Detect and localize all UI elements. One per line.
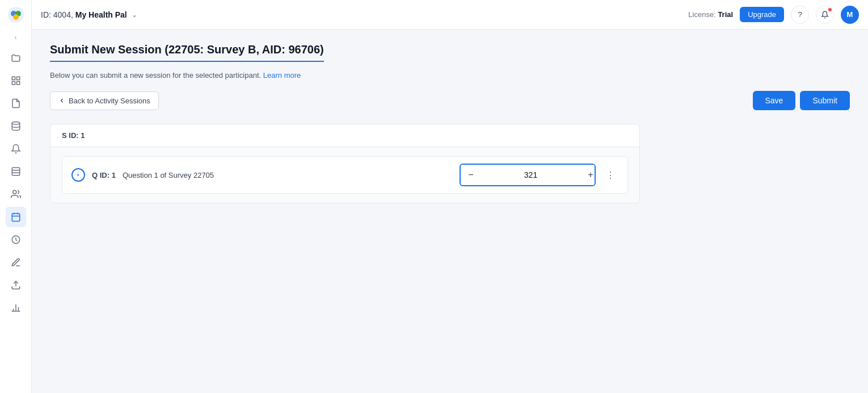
svg-rect-13 (12, 214, 20, 221)
license-text: License: Trial (688, 10, 733, 19)
page-title: Submit New Session (22705: Survey B, AID… (50, 43, 324, 62)
number-input-wrapper: − + (460, 164, 596, 186)
main-container: ID: 4004, My Health Pal ⌄ License: Trial… (32, 0, 868, 393)
svg-point-3 (13, 14, 19, 20)
app-logo[interactable] (6, 5, 26, 25)
sidebar-item-documents[interactable] (6, 93, 26, 114)
question-id: Q ID: 1 (92, 171, 116, 179)
workspace-chevron-icon[interactable]: ⌄ (132, 11, 137, 19)
sidebar-item-history[interactable] (6, 229, 26, 250)
sidebar-item-calendar[interactable] (6, 207, 26, 227)
decrement-button[interactable]: − (461, 165, 481, 185)
user-avatar[interactable]: M (841, 6, 859, 24)
sidebar-item-people[interactable] (6, 184, 26, 204)
topbar: ID: 4004, My Health Pal ⌄ License: Trial… (32, 0, 868, 30)
page-content: Submit New Session (22705: Survey B, AID… (32, 30, 868, 393)
session-body: Q ID: 1 Question 1 of Survey 22705 − + ⋮ (50, 147, 639, 203)
upgrade-button[interactable]: Upgrade (740, 7, 784, 22)
svg-rect-7 (16, 82, 19, 85)
notification-dot (828, 7, 832, 12)
sidebar-item-notifications[interactable] (6, 139, 26, 159)
action-buttons: Save Submit (753, 91, 850, 110)
question-row: Q ID: 1 Question 1 of Survey 22705 − + ⋮ (62, 156, 628, 194)
page-subtitle: Below you can submit a new session for t… (50, 71, 850, 80)
topbar-right: License: Trial Upgrade ? M (688, 6, 859, 24)
number-input[interactable] (481, 165, 580, 185)
learn-more-link[interactable]: Learn more (263, 71, 301, 80)
workspace-id: ID: 4004, My Health Pal (41, 10, 127, 19)
question-label: Question 1 of Survey 22705 (123, 171, 453, 179)
back-button[interactable]: Back to Activity Sessions (50, 91, 159, 110)
sidebar: ‹ (0, 0, 32, 393)
session-card: S ID: 1 Q ID: 1 Question 1 of Survey 227… (50, 124, 640, 203)
increment-button[interactable]: + (580, 165, 596, 185)
svg-rect-6 (12, 82, 15, 85)
sidebar-collapse-btn[interactable]: ‹ (10, 32, 22, 43)
svg-rect-5 (16, 77, 19, 80)
sidebar-item-report[interactable] (6, 298, 26, 318)
help-button[interactable]: ? (791, 6, 809, 24)
sidebar-item-folder[interactable] (6, 48, 26, 68)
svg-marker-23 (78, 174, 79, 177)
notifications-button[interactable] (816, 6, 834, 24)
svg-rect-4 (12, 77, 15, 80)
sidebar-item-edit[interactable] (6, 252, 26, 273)
topbar-left: ID: 4004, My Health Pal ⌄ (41, 10, 137, 19)
svg-point-12 (12, 190, 16, 194)
svg-rect-9 (12, 168, 20, 175)
sidebar-item-grid[interactable] (6, 161, 26, 182)
save-button[interactable]: Save (753, 91, 796, 110)
session-header: S ID: 1 (50, 124, 639, 147)
submit-button[interactable]: Submit (800, 91, 850, 110)
sidebar-item-database[interactable] (6, 116, 26, 136)
svg-point-8 (12, 122, 20, 125)
question-arrow-icon (71, 168, 85, 182)
more-options-button[interactable]: ⋮ (602, 167, 618, 183)
actions-row: Back to Activity Sessions Save Submit (50, 91, 850, 110)
sidebar-item-export[interactable] (6, 275, 26, 295)
sidebar-item-dashboard[interactable] (6, 70, 26, 91)
